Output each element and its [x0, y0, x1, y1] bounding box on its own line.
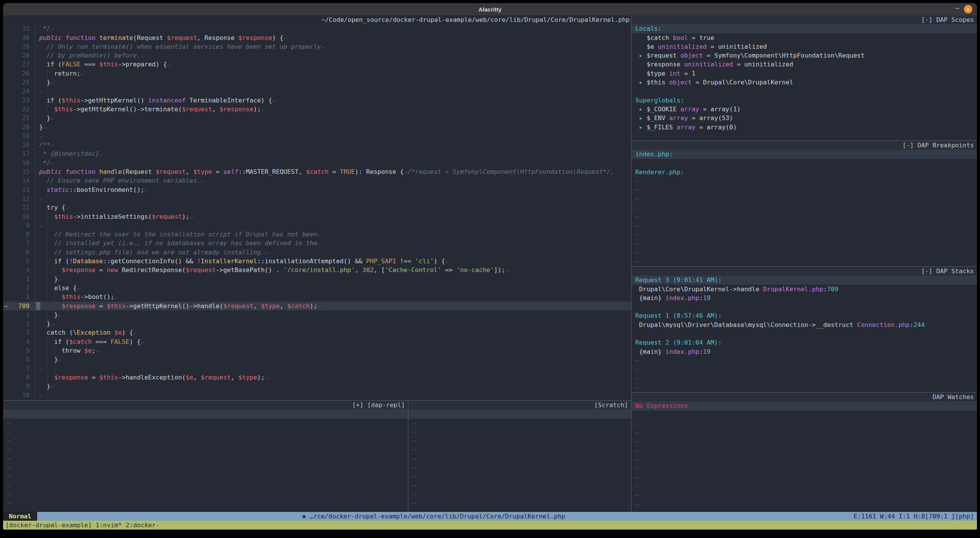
code-line[interactable]: 23 if ($this->getHttpKernel() instanceof… [3, 96, 631, 105]
panel-line[interactable]: $type int = 1 [631, 69, 977, 78]
code-line[interactable]: 11 try {↵ [3, 203, 631, 212]
panel-line[interactable]: Request 2 (9:01:04 AM): [631, 338, 977, 347]
line-number: 23 [3, 96, 35, 105]
panel-line[interactable]: Superglobals: [631, 96, 977, 105]
dap-scopes-title[interactable]: [-] DAP Scopes [631, 15, 977, 24]
code-line[interactable]: 28 // by preHandle() before.↵ [3, 51, 631, 60]
empty-buffer-line: ~ [631, 230, 977, 239]
close-button[interactable]: ✕ [964, 5, 972, 13]
file-path: ~/Code/open_source/docker-drupal-example… [3, 15, 631, 24]
panel-line[interactable]: No Expressions [631, 401, 977, 410]
code-line[interactable]: 2 else {↵ [3, 284, 631, 292]
code-line[interactable]: 7↵ [3, 364, 631, 373]
panel-line[interactable]: Renderer.php: [631, 168, 977, 177]
code-line[interactable]: 21 }↵ [3, 114, 631, 122]
code-line[interactable]: 26 return;↵ [3, 69, 631, 78]
panel-line[interactable]: Drupal\Core\DrupalKernel->handle DrupalK… [631, 285, 977, 294]
dap-repl-title[interactable]: [+] [dap-repl] [3, 401, 408, 409]
panel-line[interactable]: Request 3 (9:01:41 AM): [631, 276, 977, 284]
indent-guide [47, 337, 48, 346]
indent-guide [47, 346, 48, 355]
code-text: }↵ [35, 114, 54, 122]
code-text: */↵ [35, 158, 54, 167]
line-number: 27 [3, 60, 35, 69]
code-text: }↵ [35, 319, 54, 328]
code-line[interactable]: 4 $response = new RedirectResponse($requ… [3, 266, 631, 274]
dap-breakpoints-title[interactable]: [-] DAP Breakpoints [631, 141, 977, 150]
code-line[interactable]: 17 * {@inheritdoc}↵ [3, 149, 631, 158]
code-line[interactable]: 18/**↵ [3, 140, 631, 149]
indent-guide [47, 364, 48, 373]
panel-line[interactable]: ▸ $request object = Symfony\Component\Ht… [631, 51, 977, 60]
empty-buffer-line: ~ [631, 203, 977, 212]
code-text: ↵ [35, 391, 43, 399]
code-text: ↵ [35, 87, 43, 96]
code-line[interactable]: 13 static::bootEnvironment();↵ [3, 185, 631, 194]
code-line[interactable]: 10↵ [3, 391, 631, 399]
code-line[interactable]: 4 if ($catch === FALSE) {↵ [3, 337, 631, 346]
code-line[interactable]: 6 // settings.php file) and we are not a… [3, 248, 631, 257]
panel-line[interactable]: {main} index.php:19 [631, 347, 977, 356]
empty-buffer-line: ~ [631, 185, 977, 194]
code-text: throw $e;↵ [35, 346, 99, 355]
code-line[interactable]: 6 }↵ [3, 355, 631, 364]
minimize-button[interactable]: – [955, 4, 959, 12]
panel-line[interactable]: $response uninitialized = uninitialized [631, 60, 977, 69]
dap-repl-body[interactable]: ~~~~~~~~~~ [3, 409, 408, 508]
code-line[interactable]: 22 $this->getHttpKernel()->terminate($re… [3, 105, 631, 114]
code-line[interactable]: 19↵ [3, 132, 631, 140]
tmux-status-bar[interactable]: [docker-drupal-example] 1:nvim* 2:docker… [3, 521, 977, 530]
code-line[interactable]: 10 $this->initializeSettings($request);↵ [3, 212, 631, 221]
code-line[interactable]: 5 if (!Database::getConnectionInfo() && … [3, 257, 631, 266]
panel-line[interactable]: Request 1 (8:57:46 AM): [631, 311, 977, 320]
code-line[interactable]: 7 // installed yet (i.e., if no $databas… [3, 239, 631, 248]
code-line[interactable]: 1 }↵ [3, 310, 631, 319]
panel-line[interactable]: index.php: [631, 150, 977, 158]
line-number: 8 [3, 230, 35, 239]
blank-line [408, 409, 631, 418]
empty-buffer-line: ~ [408, 419, 631, 427]
code-line[interactable]: 3 catch (\Exception $e) {↵ [3, 328, 631, 337]
dap-watches-title[interactable]: DAP Watches [631, 393, 977, 401]
code-line[interactable]: 14 // Ensure sane PHP environment variab… [3, 176, 631, 185]
code-line[interactable]: 8 // Redirect the user to the installati… [3, 230, 631, 239]
code-line[interactable]: 27 if (FALSE === $this->prepared) {↵ [3, 60, 631, 69]
empty-buffer-line: ~ [631, 195, 977, 203]
code-line[interactable]: 15public function handle(Request $reques… [3, 167, 631, 176]
panel-line[interactable]: Drupal\mysql\Driver\Database\mysql\Conne… [631, 320, 977, 329]
panel-line[interactable]: ▸ $_ENV array = array(53) [631, 114, 977, 122]
line-number: 6 [3, 248, 35, 257]
code-line[interactable]: 12↵ [3, 194, 631, 203]
panel-line[interactable]: ▸ $_FILES array = array(0) [631, 123, 977, 132]
panel-line[interactable]: $catch bool = true [631, 33, 977, 42]
code-text: else {↵ [35, 284, 81, 292]
dap-stacks-title[interactable]: [-] DAP Stacks [631, 267, 977, 276]
empty-buffer-line: ~ [408, 454, 631, 463]
statusline-file: ✱ …rce/docker-drupal-example/web/core/li… [302, 512, 565, 521]
line-number: 2 [3, 284, 35, 292]
code-line[interactable]: 5 throw $e;↵ [3, 346, 631, 355]
code-line[interactable]: 2 }↵ [3, 319, 631, 328]
panel-line[interactable]: Locals: [631, 24, 977, 33]
code-line[interactable]: 8 $response = $this->handleException($e,… [3, 373, 631, 382]
code-line[interactable]: 20}↵ [3, 123, 631, 132]
scratch-title[interactable]: [Scratch] [408, 401, 631, 409]
panel-line[interactable]: ▸ $this object = Drupal\Core\DrupalKerne… [631, 78, 977, 87]
code-line[interactable]: 16 */↵ [3, 158, 631, 167]
code-line[interactable]: 31 */↵ [3, 24, 631, 33]
code-line[interactable]: 9↵ [3, 221, 631, 230]
code-line[interactable]: 30public function terminate(Request $req… [3, 33, 631, 42]
code-line[interactable]: 24↵ [3, 87, 631, 96]
line-number: 10 [3, 212, 35, 221]
code-line[interactable]: 3 }↵ [3, 275, 631, 284]
code-line[interactable]: 1 $this->boot();↵ [3, 292, 631, 301]
line-number: 4 [3, 337, 35, 346]
code-line[interactable]: 9 }↵ [3, 382, 631, 391]
line-number: 5 [3, 257, 35, 266]
code-line[interactable]: 29 // Only run terminate() when essentia… [3, 42, 631, 51]
panel-line[interactable]: {main} index.php:19 [631, 294, 977, 302]
code-line[interactable]: 25 }↵ [3, 78, 631, 87]
current-code-line[interactable]: →709 $response = $this->getHttpKernel()-… [3, 302, 631, 310]
panel-line[interactable]: ▸ $_COOKIE array = array(1) [631, 105, 977, 114]
panel-line[interactable]: $e uninitialized = uninitialized [631, 42, 977, 51]
